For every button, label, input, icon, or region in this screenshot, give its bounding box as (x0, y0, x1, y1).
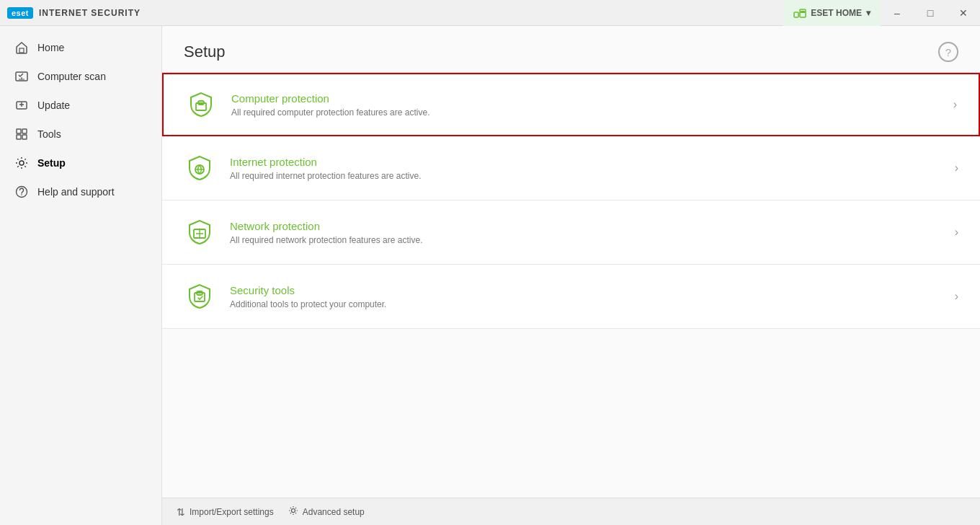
titlebar-left: eset INTERNET SECURITY (7, 7, 141, 19)
svg-rect-8 (17, 135, 21, 139)
update-icon (14, 98, 29, 112)
setup-item-security-tools[interactable]: Security tools Additional tools to prote… (162, 265, 980, 329)
network-protection-arrow-icon: › (955, 226, 958, 239)
import-export-icon: ⇅ (177, 506, 185, 518)
setup-item-internet-protection-text: Internet protection All required interne… (230, 156, 940, 181)
close-button[interactable]: ✕ (947, 0, 980, 26)
svg-rect-3 (19, 48, 24, 53)
tools-icon (14, 127, 29, 141)
svg-point-20 (291, 509, 295, 513)
svg-rect-0 (794, 12, 798, 17)
svg-rect-18 (195, 293, 205, 301)
internet-protection-title: Internet protection (230, 156, 940, 168)
security-tools-desc: Additional tools to protect your compute… (230, 299, 940, 309)
svg-rect-7 (22, 129, 27, 133)
import-export-button[interactable]: ⇅ Import/Export settings (177, 506, 274, 518)
setup-icon (14, 156, 29, 170)
shield-security-icon (184, 281, 215, 312)
help-icon (14, 185, 29, 199)
footer: ⇅ Import/Export settings Advanced setup (162, 498, 980, 525)
home-power-icon (793, 8, 806, 18)
svg-point-17 (199, 229, 201, 231)
network-protection-desc: All required network protection features… (230, 235, 940, 245)
sidebar-item-home[interactable]: Home (0, 33, 161, 62)
setup-item-computer-protection[interactable]: Computer protection All required compute… (162, 73, 980, 136)
shield-internet-icon (184, 152, 215, 184)
setup-item-security-tools-text: Security tools Additional tools to prote… (230, 284, 940, 309)
sidebar-item-computer-scan[interactable]: Computer scan (0, 62, 161, 91)
sidebar-help-label: Help and support (37, 186, 115, 198)
titlebar-right: ESET HOME ▾ – □ ✕ (783, 0, 980, 26)
advanced-setup-icon (288, 506, 298, 518)
setup-item-internet-protection[interactable]: Internet protection All required interne… (162, 136, 980, 200)
svg-rect-1 (800, 9, 806, 17)
computer-protection-desc: All required computer protection feature… (231, 107, 939, 118)
window-controls: – □ ✕ (881, 0, 980, 26)
sidebar-item-update[interactable]: Update (0, 91, 161, 120)
dropdown-arrow-icon: ▾ (866, 8, 870, 18)
page-title: Setup (184, 43, 226, 61)
sidebar-item-tools[interactable]: Tools (0, 120, 161, 149)
computer-protection-arrow-icon: › (953, 98, 957, 111)
internet-protection-arrow-icon: › (955, 162, 958, 175)
sidebar-item-setup[interactable]: Setup (0, 149, 161, 177)
svg-rect-6 (17, 129, 21, 133)
sidebar-tools-label: Tools (37, 128, 61, 140)
eset-home-label: ESET HOME (811, 8, 862, 18)
eset-logo: eset (7, 7, 33, 19)
eset-home-button[interactable]: ESET HOME ▾ (783, 0, 881, 26)
shield-computer-icon (185, 89, 217, 120)
setup-item-network-protection-text: Network protection All required network … (230, 220, 940, 245)
sidebar: Home Computer scan Update (0, 26, 162, 525)
minimize-button[interactable]: – (881, 0, 914, 26)
app-title: INTERNET SECURITY (39, 8, 141, 18)
home-icon (14, 40, 29, 55)
security-tools-arrow-icon: › (955, 290, 958, 303)
sidebar-update-label: Update (37, 100, 70, 111)
maximize-button[interactable]: □ (914, 0, 947, 26)
main-layout: Home Computer scan Update (0, 26, 980, 525)
advanced-setup-button[interactable]: Advanced setup (288, 506, 365, 518)
setup-item-network-protection[interactable]: Network protection All required network … (162, 200, 980, 265)
sidebar-computer-scan-label: Computer scan (37, 71, 106, 82)
sidebar-setup-label: Setup (37, 157, 66, 169)
svg-point-10 (19, 161, 24, 165)
network-protection-title: Network protection (230, 220, 940, 232)
internet-protection-desc: All required internet protection feature… (230, 171, 940, 181)
svg-rect-9 (22, 135, 27, 139)
computer-protection-title: Computer protection (231, 92, 939, 105)
setup-item-computer-protection-text: Computer protection All required compute… (231, 92, 939, 118)
help-circle-button[interactable]: ? (938, 42, 958, 62)
setup-list: Computer protection All required compute… (162, 73, 980, 329)
advanced-setup-label: Advanced setup (303, 507, 365, 517)
security-tools-title: Security tools (230, 284, 940, 296)
svg-point-12 (21, 194, 22, 195)
svg-rect-2 (801, 11, 805, 13)
scan-icon (14, 69, 29, 84)
import-export-label: Import/Export settings (190, 507, 274, 517)
titlebar: eset INTERNET SECURITY ESET HOME ▾ – □ ✕ (0, 0, 980, 26)
content-header: Setup ? (162, 26, 980, 73)
shield-network-icon (184, 216, 215, 248)
sidebar-home-label: Home (37, 42, 64, 53)
sidebar-item-help-support[interactable]: Help and support (0, 177, 161, 206)
content-area: Setup ? Computer protection All required… (162, 26, 980, 525)
